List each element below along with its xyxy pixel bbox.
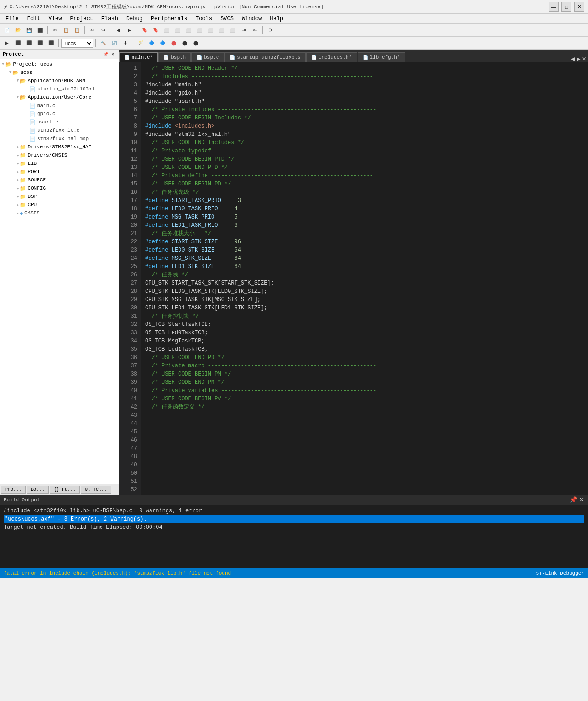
paste-button[interactable]: 📋 (72, 25, 82, 35)
debug-btn[interactable]: ⚙ (265, 25, 275, 35)
btn6[interactable]: ⬜ (162, 25, 172, 35)
tree-expand-arrow[interactable]: ▶ (17, 161, 19, 166)
menu-item-peripherals[interactable]: Peripherals (147, 15, 191, 23)
btn8[interactable]: ⬜ (184, 25, 194, 35)
magic-btn1[interactable]: 🪄 (135, 38, 146, 48)
tree-expand-arrow[interactable]: ▶ (17, 153, 19, 158)
project-bottom-tab[interactable]: Pro... (1, 486, 26, 494)
tree-item[interactable]: ▶📁BSP (0, 192, 119, 201)
tree-item[interactable]: ▶◆CMSIS (0, 209, 119, 217)
magic-btn5[interactable]: ⬤ (179, 38, 190, 48)
tree-expand-arrow[interactable]: ▼ (2, 62, 4, 67)
tree-item[interactable]: 📄usart.c (0, 118, 119, 126)
btn7[interactable]: ⬜ (173, 25, 183, 35)
bookmark-button[interactable]: 🔖 (140, 25, 150, 35)
tree-expand-arrow[interactable]: ▼ (9, 70, 11, 75)
menu-item-window[interactable]: Window (238, 15, 265, 23)
close-button[interactable]: ✕ (574, 2, 584, 12)
magic-btn6[interactable]: ⬤ (190, 38, 201, 48)
maximize-button[interactable]: □ (561, 2, 571, 12)
tree-item[interactable]: ▼📂Application/MDK-ARM (0, 77, 119, 85)
menu-item-tools[interactable]: Tools (192, 15, 216, 23)
btn-t3[interactable]: ⬛ (46, 38, 56, 48)
tree-item[interactable]: 📄startup_stm32f103xl (0, 85, 119, 93)
save-all-button[interactable]: ⬛ (35, 25, 45, 35)
redo-button[interactable]: ↪ (98, 25, 108, 35)
menu-item-file[interactable]: File (2, 15, 22, 23)
tree-item[interactable]: 📄stm32f1xx_hal_msp (0, 135, 119, 143)
panel-pin-button[interactable]: 📌 (102, 51, 109, 57)
tree-item[interactable]: ▼📂ucos (0, 68, 119, 77)
build-close-button[interactable]: ✕ (579, 496, 584, 503)
btn10[interactable]: ⬜ (206, 25, 216, 35)
code-content[interactable]: /* USER CODE END Header */ /* Includes -… (141, 62, 588, 495)
menu-item-edit[interactable]: Edit (23, 15, 44, 23)
tree-item[interactable]: ▶📁LIB (0, 159, 119, 168)
tree-item[interactable]: ▼📂Project: ucos (0, 60, 119, 68)
build-pin-button[interactable]: 📌 (570, 496, 577, 503)
tree-expand-arrow[interactable]: ▶ (17, 178, 19, 183)
tree-expand-arrow[interactable]: ▶ (17, 194, 19, 199)
nav-back-button[interactable]: ◀ (113, 25, 123, 35)
nav-forward-button[interactable]: ▶ (124, 25, 134, 35)
btn12[interactable]: ⬜ (228, 25, 238, 35)
new-file-button[interactable]: 📄 (2, 25, 12, 35)
bookmark-next-button[interactable]: 🔖 (151, 25, 161, 35)
build-btn[interactable]: 🔨 (98, 38, 108, 48)
menu-item-svcs[interactable]: SVCS (217, 15, 237, 23)
menu-item-project[interactable]: Project (66, 15, 96, 23)
tree-expand-arrow[interactable]: ▼ (17, 79, 19, 83)
cut-button[interactable]: ✂ (50, 25, 60, 35)
tree-item[interactable]: 📄gpio.c (0, 110, 119, 118)
tree-item[interactable]: ▶📁Drivers/CMSIS (0, 151, 119, 159)
btn-t2[interactable]: ⬛ (35, 38, 45, 48)
tab-scroll-left[interactable]: ◀ (571, 56, 575, 62)
code-editor[interactable]: 1234567891011121314151617181920212223242… (119, 62, 588, 495)
tree-expand-arrow[interactable]: ▶ (17, 145, 19, 150)
target-dropdown[interactable]: ucos (61, 39, 93, 48)
save-button[interactable]: 💾 (24, 25, 34, 35)
tree-expand-arrow[interactable]: ▶ (17, 169, 19, 174)
run-btn[interactable]: ▶ (2, 38, 12, 48)
tree-item[interactable]: ▼📂Application/User/Core (0, 93, 119, 101)
rebuild-btn[interactable]: 🔄 (109, 38, 119, 48)
undo-button[interactable]: ↩ (87, 25, 97, 35)
panel-close-button[interactable]: ✕ (110, 51, 116, 57)
tree-item[interactable]: ▶📁CPU (0, 201, 119, 209)
editor-tab[interactable]: 📄startup_stm32f103xb.s (224, 52, 306, 62)
btn-t1[interactable]: ⬛ (24, 38, 34, 48)
unindent-btn[interactable]: ⇤ (250, 25, 260, 35)
menu-item-view[interactable]: View (45, 15, 66, 23)
magic-btn3[interactable]: 🔷 (157, 38, 168, 48)
tree-item[interactable]: 📄stm32f1xx_it.c (0, 126, 119, 135)
tree-item[interactable]: 📄main.c (0, 101, 119, 110)
tab-close-all[interactable]: ✕ (582, 56, 586, 62)
editor-tab[interactable]: 📄main.c* (119, 52, 158, 62)
magic-btn2[interactable]: 🔷 (146, 38, 157, 48)
tree-expand-arrow[interactable]: ▶ (17, 202, 19, 207)
tree-expand-arrow[interactable]: ▶ (17, 186, 19, 191)
tree-item[interactable]: ▶📁PORT (0, 168, 119, 176)
indent-btn[interactable]: ⇥ (239, 25, 249, 35)
download-btn[interactable]: ⬇ (120, 38, 130, 48)
tree-item[interactable]: ▶📁SOURCE (0, 176, 119, 184)
editor-tab[interactable]: 📄lib_cfg.h* (358, 52, 405, 62)
tree-item[interactable]: ▶📁CONFIG (0, 184, 119, 192)
open-button[interactable]: 📂 (13, 25, 23, 35)
project-bottom-tab[interactable]: 0↓ Te... (81, 486, 111, 494)
editor-tab[interactable]: 📄includes.h* (306, 52, 357, 62)
btn9[interactable]: ⬜ (195, 25, 205, 35)
menu-item-debug[interactable]: Debug (123, 15, 146, 23)
menu-item-help[interactable]: Help (266, 15, 287, 23)
editor-tab[interactable]: 📄bsp.c (191, 52, 224, 62)
tree-item[interactable]: ▶📁Drivers/STM32F1xx_HAI (0, 143, 119, 151)
project-bottom-tab[interactable]: {} Fu... (50, 486, 80, 494)
step-btn[interactable]: ⬛ (13, 38, 23, 48)
editor-tab[interactable]: 📄bsp.h (158, 52, 191, 62)
copy-button[interactable]: 📋 (61, 25, 71, 35)
minimize-button[interactable]: — (549, 2, 559, 12)
menu-item-flash[interactable]: Flash (98, 15, 122, 23)
project-bottom-tab[interactable]: Bo... (27, 486, 49, 494)
tree-expand-arrow[interactable]: ▶ (17, 211, 19, 216)
btn11[interactable]: ⬜ (217, 25, 227, 35)
